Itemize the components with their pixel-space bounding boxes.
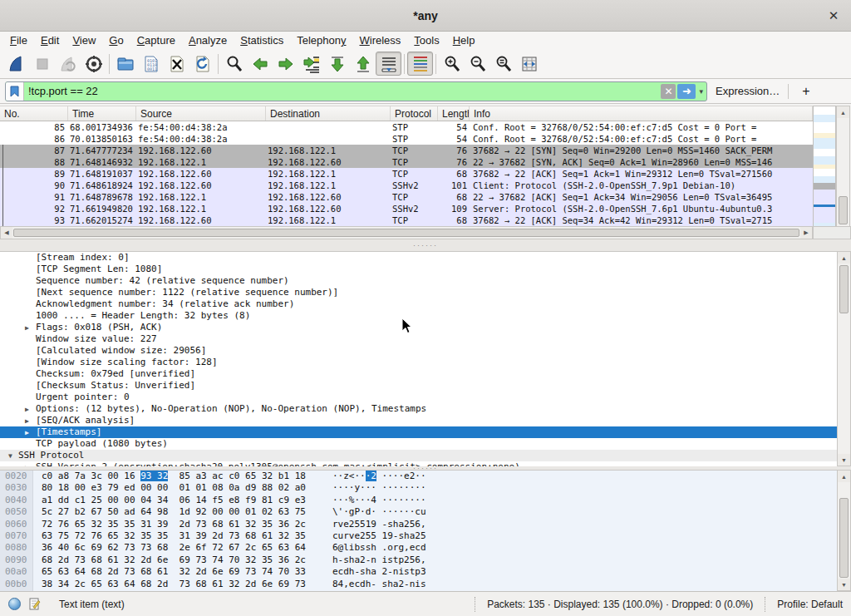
- detail-line[interactable]: ▶[SEQ/ACK analysis]: [0, 415, 837, 426]
- detail-line[interactable]: ▶Flags: 0x018 (PSH, ACK): [0, 322, 837, 333]
- menu-wireless[interactable]: Wireless: [353, 32, 408, 48]
- scrollbar-thumb[interactable]: [13, 229, 799, 237]
- restart-capture-button[interactable]: [55, 52, 81, 76]
- hex-ascii[interactable]: ····y··· ········: [332, 482, 426, 494]
- hex-bytes[interactable]: a1 dd c1 25 00 00 04 34 06 14 f5 e8 f9 8…: [42, 495, 306, 506]
- expert-info-icon[interactable]: [8, 598, 21, 610]
- profile-text[interactable]: Profile: Default: [777, 599, 843, 610]
- hex-bytes[interactable]: 65 63 64 68 2d 73 68 61 32 2d 6e 69 73 7…: [42, 566, 306, 578]
- detail-line[interactable]: [Stream index: 0]: [0, 252, 837, 264]
- packet-row[interactable]: 9171.648789678192.168.122.1192.168.122.6…: [0, 191, 813, 203]
- column-header-time[interactable]: Time: [68, 106, 136, 121]
- column-header-length[interactable]: Length: [438, 106, 470, 121]
- hex-ascii[interactable]: 84,ecdh- sha2-nis: [332, 579, 426, 590]
- zoom-out-button[interactable]: [465, 52, 490, 76]
- expand-icon[interactable]: ▶: [25, 427, 29, 439]
- filter-apply-icon[interactable]: ➜: [677, 84, 696, 99]
- go-forward-button[interactable]: [273, 52, 298, 76]
- hex-row[interactable]: 00505c 27 b2 67 50 ad 64 98 1d 92 00 00 …: [0, 506, 837, 518]
- menu-help[interactable]: Help: [446, 32, 482, 48]
- menu-view[interactable]: View: [66, 32, 102, 48]
- hex-row[interactable]: 0020c0 a8 7a 3c 00 16 93 32 85 a3 ac c0 …: [0, 471, 837, 482]
- hex-row[interactable]: 006072 76 65 32 35 35 31 39 2d 73 68 61 …: [0, 519, 837, 530]
- detail-line[interactable]: Checksum: 0x79ed [unverified]: [0, 368, 837, 380]
- detail-line[interactable]: [Checksum Status: Unverified]: [0, 380, 837, 392]
- hex-bytes[interactable]: 80 18 00 e3 79 ed 00 00 01 01 08 0a d9 8…: [42, 482, 306, 494]
- hex-bytes[interactable]: 68 2d 73 68 61 32 2d 6e 69 73 74 70 32 3…: [42, 554, 306, 566]
- hex-row[interactable]: 0040a1 dd c1 25 00 00 04 34 06 14 f5 e8 …: [0, 495, 837, 506]
- go-to-packet-button[interactable]: [298, 52, 324, 76]
- column-header-destination[interactable]: Destination: [266, 106, 391, 121]
- detail-line[interactable]: Urgent pointer: 0: [0, 392, 837, 403]
- packet-list-hscrollbar[interactable]: ◀ ▶: [0, 226, 813, 239]
- scroll-left-icon[interactable]: ◀: [1, 227, 12, 239]
- packet-minimap[interactable]: [813, 106, 836, 239]
- scroll-up-icon[interactable]: ▲: [838, 252, 850, 264]
- menu-analyze[interactable]: Analyze: [182, 32, 234, 48]
- hex-bytes[interactable]: 72 76 65 32 35 35 31 39 2d 73 68 61 32 3…: [42, 519, 306, 530]
- menu-file[interactable]: File: [3, 32, 34, 48]
- filter-text[interactable]: !tcp.port == 22: [24, 85, 661, 97]
- detail-line[interactable]: ▶[Timestamps]: [0, 426, 837, 438]
- zoom-in-button[interactable]: [439, 52, 465, 76]
- details-vscrollbar[interactable]: ▲ ▼: [837, 251, 851, 466]
- packet-list-vscrollbar[interactable]: ▲ ▼: [836, 106, 850, 239]
- column-header-no[interactable]: No.: [0, 106, 68, 121]
- hex-bytes[interactable]: 36 40 6c 69 62 73 73 68 2e 6f 72 67 2c 6…: [42, 542, 306, 554]
- capture-options-button[interactable]: [81, 52, 106, 76]
- hex-row[interactable]: 009068 2d 73 68 61 32 2d 6e 69 73 74 70 …: [0, 554, 837, 566]
- open-file-button[interactable]: [112, 52, 138, 76]
- detail-line[interactable]: [TCP Segment Len: 1080]: [0, 264, 837, 275]
- start-capture-button[interactable]: [3, 52, 29, 76]
- hex-ascii[interactable]: curve255 19-sha25: [332, 530, 426, 542]
- hex-ascii[interactable]: rve25519 -sha256,: [332, 519, 426, 530]
- packet-row[interactable]: 9371.662015274192.168.122.60192.168.122.…: [0, 214, 813, 226]
- hex-bytes[interactable]: c0 a8 7a 3c 00 16 93 32 85 a3 ac c0 65 3…: [42, 471, 306, 482]
- hex-row[interactable]: 007063 75 72 76 65 32 35 35 31 39 2d 73 …: [0, 530, 837, 542]
- scroll-down-icon[interactable]: ▼: [838, 454, 850, 466]
- menu-go[interactable]: Go: [102, 32, 130, 48]
- reload-file-button[interactable]: [189, 52, 215, 76]
- close-window-icon[interactable]: ✕: [824, 7, 843, 25]
- detail-line[interactable]: ▶Options: (12 bytes), No-Operation (NOP)…: [0, 403, 837, 415]
- detail-line[interactable]: [Next sequence number: 1122 (relative se…: [0, 287, 837, 298]
- expression-button[interactable]: Expression…: [716, 85, 780, 97]
- menu-edit[interactable]: Edit: [34, 32, 66, 48]
- hex-vscrollbar[interactable]: ▲ ▼: [837, 470, 851, 591]
- column-header-protocol[interactable]: Protocol: [391, 106, 438, 121]
- close-file-button[interactable]: [164, 52, 189, 76]
- go-back-button[interactable]: [247, 52, 273, 76]
- column-header-info[interactable]: Info: [470, 106, 813, 121]
- hex-bytes[interactable]: 5c 27 b2 67 50 ad 64 98 1d 92 00 00 01 0…: [42, 506, 306, 518]
- hex-bytes[interactable]: 38 34 2c 65 63 64 68 2d 73 68 61 32 2d 6…: [42, 579, 306, 590]
- zoom-reset-button[interactable]: [490, 52, 516, 76]
- packet-row[interactable]: 9271.661949820192.168.122.1192.168.122.6…: [0, 203, 813, 214]
- scrollbar-thumb[interactable]: [839, 498, 849, 578]
- menu-telephony[interactable]: Telephony: [290, 32, 352, 48]
- hex-ascii[interactable]: \'·gP·d· ······cu: [332, 506, 426, 518]
- scrollbar-thumb[interactable]: [839, 265, 849, 313]
- hex-row[interactable]: 00b038 34 2c 65 63 64 68 2d 73 68 61 32 …: [0, 579, 837, 590]
- save-file-button[interactable]: 010101100011: [138, 52, 164, 76]
- hex-row[interactable]: 008036 40 6c 69 62 73 73 68 2e 6f 72 67 …: [0, 542, 837, 554]
- collapse-icon[interactable]: ▼: [8, 451, 12, 462]
- filter-history-caret-icon[interactable]: ▾: [696, 87, 706, 96]
- detail-line[interactable]: Window size value: 227: [0, 333, 837, 345]
- pane-splitter[interactable]: ······: [0, 239, 851, 251]
- scroll-right-icon[interactable]: ▶: [800, 227, 812, 239]
- scrollbar-thumb[interactable]: [839, 196, 848, 224]
- filter-clear-icon[interactable]: ✕: [661, 84, 676, 99]
- colorize-button[interactable]: [407, 52, 433, 76]
- detail-line[interactable]: [Calculated window size: 29056]: [0, 345, 837, 357]
- packet-row[interactable]: 9071.648618924192.168.122.60192.168.122.…: [0, 180, 813, 191]
- go-last-button[interactable]: [350, 52, 376, 76]
- packet-row[interactable]: 8670.013850163fe:54:00:d4:38:2aSTP54Conf…: [0, 133, 813, 145]
- hex-ascii[interactable]: ··z<···2 ····e2··: [332, 471, 426, 482]
- hex-ascii[interactable]: ···%···4 ········: [332, 495, 426, 506]
- hex-ascii[interactable]: ecdh-sha 2-nistp3: [332, 566, 426, 578]
- hex-row[interactable]: 003080 18 00 e3 79 ed 00 00 01 01 08 0a …: [0, 482, 837, 494]
- menu-capture[interactable]: Capture: [130, 32, 182, 48]
- column-header-source[interactable]: Source: [136, 106, 266, 121]
- hex-bytes[interactable]: 63 75 72 76 65 32 35 35 31 39 2d 73 68 6…: [42, 530, 306, 542]
- expand-icon[interactable]: ▶: [25, 416, 29, 427]
